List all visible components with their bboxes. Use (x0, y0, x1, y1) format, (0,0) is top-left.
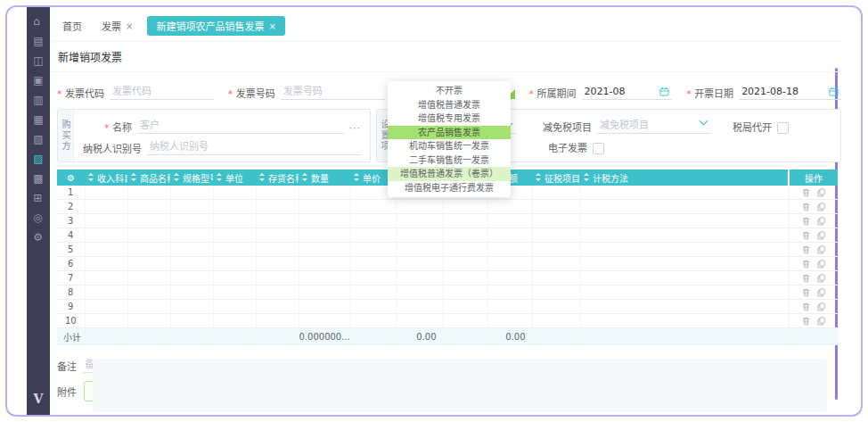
cell-gear[interactable]: 2 (57, 200, 85, 214)
calendar-icon[interactable]: ▧ (33, 134, 43, 145)
sort-icon[interactable] (584, 173, 589, 182)
cell-unit_price[interactable] (350, 200, 396, 214)
cell-tax_amount[interactable] (487, 200, 532, 214)
period-input[interactable]: 2021-08 (582, 86, 673, 100)
invoice-type-option[interactable]: 增值税普通发票 (388, 98, 511, 112)
cell-inventory_name[interactable] (256, 186, 299, 200)
cell-product_name[interactable] (127, 285, 170, 300)
cell-product_name[interactable] (127, 271, 170, 285)
cell-tax_item[interactable] (532, 200, 580, 214)
cell-tax_rate[interactable] (443, 200, 487, 214)
cell-tax_amount[interactable] (487, 228, 532, 243)
tax-exempt-select[interactable]: 减免税项目 (597, 117, 711, 134)
cell-inventory_name[interactable] (256, 314, 299, 328)
tab-3[interactable]: 新建销项农产品销售发票× (147, 16, 284, 36)
cell-tax_method[interactable] (580, 257, 789, 271)
cell-unit[interactable] (213, 271, 256, 285)
sort-icon[interactable] (131, 173, 136, 182)
cell-spec_model[interactable] (170, 257, 213, 271)
cell-amount[interactable] (396, 257, 443, 271)
invoice-icon[interactable]: ▤ (33, 36, 43, 46)
cell-quantity[interactable] (299, 200, 350, 214)
cell-tax_method[interactable] (580, 200, 789, 214)
cell-income_subject[interactable] (85, 314, 127, 328)
delete-row-icon[interactable] (802, 302, 810, 311)
cell-product_name[interactable] (127, 257, 170, 271)
invoice-type-option[interactable]: 机动车销售统一发票 (388, 139, 511, 153)
invoice-type-option[interactable]: 增值税电子通行费发票 (388, 181, 511, 195)
cell-unit[interactable] (213, 228, 256, 243)
cell-income_subject[interactable] (85, 300, 127, 314)
cell-tax_amount[interactable] (487, 214, 532, 228)
cell-income_subject[interactable] (85, 285, 127, 300)
cell-tax_amount[interactable] (487, 243, 532, 257)
cell-inventory_name[interactable] (256, 243, 299, 257)
cell-tax_rate[interactable] (443, 257, 487, 271)
cell-inventory_name[interactable] (256, 257, 299, 271)
cell-product_name[interactable] (127, 186, 170, 200)
phone-icon[interactable]: ⊞ (33, 193, 43, 203)
cell-income_subject[interactable] (85, 228, 127, 243)
cell-amount[interactable] (396, 271, 443, 285)
building-icon[interactable]: ▥ (33, 95, 43, 105)
cell-spec_model[interactable] (170, 186, 213, 200)
copy-row-icon[interactable] (817, 203, 825, 211)
cell-gear[interactable]: 8 (57, 285, 85, 300)
ledger-icon[interactable]: ▦ (33, 114, 43, 125)
cell-inventory_name[interactable] (256, 214, 299, 228)
cell-tax_amount[interactable] (487, 271, 532, 285)
cell-tax_item[interactable] (532, 228, 580, 243)
cell-tax_item[interactable] (532, 271, 580, 285)
cell-unit_price[interactable] (350, 300, 396, 314)
cell-unit_price[interactable] (350, 228, 396, 243)
delete-row-icon[interactable] (802, 288, 810, 297)
copy-row-icon[interactable] (817, 288, 825, 297)
invoice-type-option[interactable]: 二手车销售统一发票 (388, 153, 511, 168)
cell-gear[interactable]: 5 (57, 243, 85, 257)
e-invoice-checkbox[interactable] (593, 143, 604, 154)
copy-row-icon[interactable] (817, 231, 825, 240)
sort-icon[interactable] (259, 173, 265, 182)
cell-tax_item[interactable] (532, 285, 580, 300)
buyer-taxno-input[interactable]: 纳税人识别号 (147, 138, 361, 155)
delete-row-icon[interactable] (802, 188, 810, 197)
cell-quantity[interactable] (299, 257, 350, 271)
cell-tax_rate[interactable] (443, 285, 487, 300)
cell-income_subject[interactable] (85, 257, 127, 271)
delete-row-icon[interactable] (802, 260, 810, 269)
cell-spec_model[interactable] (170, 285, 213, 300)
vault-icon[interactable]: ▣ (33, 75, 43, 86)
cell-tax_rate[interactable] (443, 243, 487, 257)
buyer-name-input[interactable]: 客户 (137, 117, 344, 134)
cell-spec_model[interactable] (170, 300, 213, 314)
col-header-inventory_name[interactable]: 存货名称 (256, 170, 299, 186)
cell-tax_amount[interactable] (487, 257, 532, 271)
cell-gear[interactable]: 9 (57, 300, 85, 314)
cell-inventory_name[interactable] (256, 285, 299, 300)
cell-tax_item[interactable] (532, 214, 580, 228)
cell-tax_method[interactable] (580, 285, 789, 300)
invoice-type-option[interactable]: 农产品销售发票 (388, 126, 511, 140)
cell-income_subject[interactable] (85, 186, 127, 200)
cell-unit[interactable] (213, 200, 256, 214)
cell-income_subject[interactable] (85, 271, 127, 285)
col-header-spec_model[interactable]: 规格型号 (170, 170, 213, 186)
cell-inventory_name[interactable] (256, 271, 299, 285)
invoice-type-option[interactable]: 增值税普通发票（卷票） (388, 167, 511, 181)
delete-row-icon[interactable] (802, 317, 810, 326)
cell-tax_amount[interactable] (487, 300, 532, 314)
cell-quantity[interactable] (299, 300, 350, 314)
close-tab-icon[interactable]: × (126, 21, 133, 31)
cell-quantity[interactable] (299, 314, 350, 328)
col-header-product_name[interactable]: 商品名称 (127, 170, 170, 186)
tab-2[interactable]: 发票× (96, 16, 138, 36)
cell-unit_price[interactable] (350, 214, 396, 228)
home-icon[interactable]: ⌂ (33, 16, 43, 27)
cell-unit[interactable] (213, 314, 256, 328)
globe-icon[interactable]: ◎ (33, 212, 43, 223)
cell-tax_item[interactable] (532, 314, 580, 328)
col-header-unit[interactable]: 单位 (213, 170, 256, 186)
cell-tax_method[interactable] (580, 314, 789, 328)
copy-row-icon[interactable] (817, 260, 825, 269)
cell-tax_method[interactable] (580, 228, 789, 243)
